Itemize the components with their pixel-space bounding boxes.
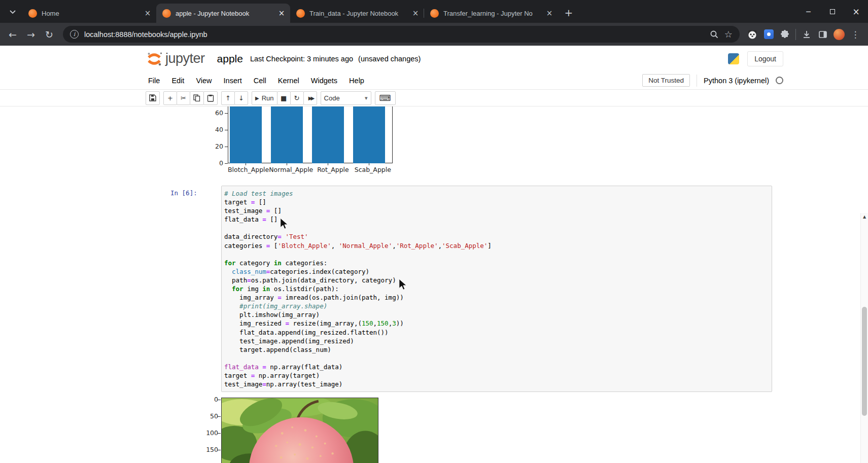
- code-line: categories = ['Blotch_Apple', 'Normal_Ap…: [224, 241, 769, 250]
- menu-kernel[interactable]: Kernel: [278, 77, 299, 85]
- tab-strip: Home × apple - Jupyter Notebook × Train_…: [0, 0, 868, 23]
- jupyter-favicon: [296, 9, 305, 18]
- notebook-title[interactable]: apple: [217, 53, 243, 65]
- interrupt-kernel-button[interactable]: ■: [277, 91, 291, 105]
- run-button[interactable]: ▶ Run: [252, 91, 277, 105]
- tab-close-icon[interactable]: ×: [545, 9, 554, 18]
- chevron-down-icon: [10, 10, 16, 14]
- tab-close-icon[interactable]: ×: [143, 9, 152, 18]
- image-y-tick-mark: [218, 400, 221, 400]
- menu-cell[interactable]: Cell: [254, 77, 266, 85]
- code-line: target = []: [224, 198, 769, 206]
- code-line: data_directory= 'Test': [224, 232, 769, 241]
- code-editor[interactable]: # Load test imagestarget = []test_image …: [221, 186, 772, 392]
- tab-close-icon[interactable]: ×: [277, 9, 286, 18]
- code-line: for img in os.listdir(path):: [224, 284, 769, 293]
- back-button[interactable]: ←: [4, 26, 21, 43]
- bar-chart-bars: [229, 106, 392, 163]
- extensions-puzzle-icon[interactable]: [777, 27, 792, 42]
- move-cell-down-button[interactable]: ↓: [234, 91, 248, 105]
- code-line: flat_data = []: [224, 215, 769, 224]
- tab-transfer-learning-notebook[interactable]: Transfer_learning - Jupyter No ×: [424, 4, 558, 23]
- chart-category-label: Scab_Apple: [353, 166, 393, 173]
- jupyter-logo[interactable]: jupyter: [146, 50, 205, 67]
- logout-button[interactable]: Logout: [747, 51, 783, 66]
- copy-cell-button[interactable]: [190, 91, 204, 105]
- x-tick-mark: [328, 163, 328, 165]
- blue-extension-icon[interactable]: [761, 27, 776, 42]
- side-panel-icon[interactable]: [815, 27, 830, 42]
- play-icon: ▶: [255, 95, 259, 101]
- code-line: img_array = imread(os.path.join(path, im…: [224, 293, 769, 302]
- save-button[interactable]: [146, 91, 160, 105]
- kernel-name: Python 3 (ipykernel): [704, 77, 769, 85]
- reload-button[interactable]: ↻: [41, 26, 58, 43]
- output-image-apple: [221, 398, 378, 463]
- address-bar[interactable]: i localhost:8888/notebooks/apple.ipynb ☆: [63, 26, 740, 43]
- maximize-icon: [830, 9, 835, 14]
- url-text[interactable]: localhost:8888/notebooks/apple.ipynb: [84, 30, 704, 39]
- not-trusted-badge[interactable]: Not Trusted: [642, 74, 690, 87]
- scrollbar-thumb[interactable]: [862, 307, 867, 416]
- chart-bar: [353, 106, 385, 163]
- jupyter-planet-icon: [146, 50, 163, 67]
- cell-type-dropdown[interactable]: Code ▾: [321, 91, 371, 105]
- image-y-tick-label: 0: [196, 396, 218, 403]
- cell-prompt: In [6]:: [170, 189, 197, 197]
- menubar-divider: [697, 75, 697, 87]
- y-tick-label: 40: [199, 126, 223, 133]
- profile-avatar[interactable]: [831, 27, 847, 42]
- code-lines: # Load test imagestarget = []test_image …: [224, 189, 769, 388]
- jupyter-favicon: [430, 9, 439, 18]
- site-info-icon[interactable]: i: [70, 30, 79, 39]
- forward-button[interactable]: →: [22, 26, 40, 43]
- command-palette-button[interactable]: ⌨: [375, 91, 396, 105]
- paste-cell-button[interactable]: [203, 91, 218, 105]
- y-tick-mark: [225, 163, 228, 164]
- code-line: path=os.path.join(data_directory, catego…: [224, 276, 769, 284]
- chevron-down-icon: ▾: [365, 95, 368, 101]
- menu-insert[interactable]: Insert: [224, 77, 242, 85]
- tab-search-button[interactable]: [5, 5, 20, 19]
- new-tab-button[interactable]: +: [561, 5, 576, 20]
- code-line: flat_data.append(img_resized.flatten()): [224, 328, 769, 337]
- cut-cell-button[interactable]: ✂: [177, 91, 190, 105]
- restart-run-all-button[interactable]: ▶▶: [303, 91, 317, 105]
- menu-widgets[interactable]: Widgets: [311, 77, 337, 85]
- panda-extension-icon[interactable]: [745, 27, 760, 42]
- code-line: target = np.array(target): [224, 371, 769, 380]
- tab-title: apple - Jupyter Notebook: [176, 10, 272, 17]
- bookmark-star-icon[interactable]: ☆: [724, 29, 733, 40]
- checkpoint-status: Last Checkpoint: 3 minutes ago: [250, 55, 353, 63]
- bar-chart-output: 6040200 Blotch_AppleNormal_AppleRot_Appl…: [0, 106, 411, 177]
- image-y-tick-label: 50: [196, 413, 218, 420]
- browser-toolbar: ← → ↻ i localhost:8888/notebooks/apple.i…: [0, 23, 868, 46]
- close-button[interactable]: ×: [844, 0, 868, 23]
- tab-apple-notebook[interactable]: apple - Jupyter Notebook ×: [156, 4, 290, 23]
- zoom-indicator-icon[interactable]: [710, 30, 719, 39]
- restart-kernel-button[interactable]: ↻: [290, 91, 304, 105]
- menu-edit[interactable]: Edit: [171, 77, 184, 85]
- downloads-icon[interactable]: [799, 27, 814, 42]
- python-extension-icon[interactable]: [728, 53, 739, 64]
- save-icon: [149, 94, 156, 101]
- tab-train-data-notebook[interactable]: Train_data - Jupyter Notebook ×: [290, 4, 424, 23]
- menu-help[interactable]: Help: [349, 77, 364, 85]
- scroll-up-arrow[interactable]: ▲: [861, 215, 868, 219]
- tab-close-icon[interactable]: ×: [411, 9, 420, 18]
- move-cell-up-button[interactable]: ↑: [221, 91, 235, 105]
- add-cell-button[interactable]: +: [163, 91, 177, 105]
- toolbar-divider: [795, 29, 796, 40]
- menu-view[interactable]: View: [196, 77, 212, 85]
- tab-title: Train_data - Jupyter Notebook: [309, 10, 406, 17]
- tab-home[interactable]: Home ×: [22, 4, 156, 23]
- maximize-button[interactable]: [820, 0, 844, 23]
- jupyter-toolbar: + ✂ ↑ ↓ ▶ Run ■ ↻ ▶▶ Code ▾: [0, 90, 868, 106]
- notebook-scrollbar[interactable]: ▲ ▼: [860, 213, 868, 463]
- menu-file[interactable]: File: [148, 77, 160, 85]
- y-tick-label: 20: [199, 143, 223, 150]
- jupyter-favicon: [28, 9, 37, 18]
- minimize-button[interactable]: ─: [796, 0, 820, 23]
- browser-menu-icon[interactable]: ⋮: [848, 27, 863, 42]
- x-tick-mark: [287, 163, 287, 165]
